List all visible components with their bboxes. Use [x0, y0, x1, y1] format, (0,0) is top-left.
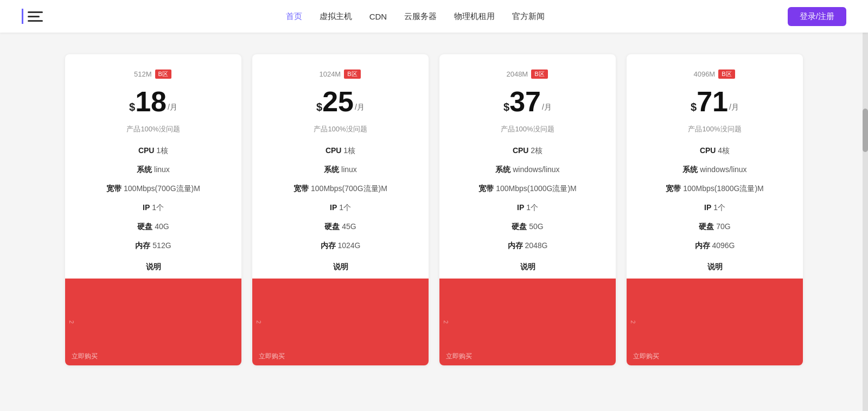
red-block-side-1: 2 [256, 320, 262, 324]
red-block-label-2: 立即购买 [446, 352, 472, 361]
red-block-side-3: 2 [630, 320, 636, 324]
price-dollar-0: $ [129, 101, 135, 113]
navbar: 首页虚拟主机CDN云服务器物理机租用官方新闻 登录/注册 [0, 0, 868, 33]
spec-ram-2: 内存 2048G [450, 240, 605, 251]
card-region-0: 512M B区 [76, 69, 231, 79]
spec-cpu-3: CPU 4核 [637, 145, 792, 156]
red-block-label-3: 立即购买 [633, 352, 659, 361]
nav-link-虚拟主机[interactable]: 虚拟主机 [320, 11, 352, 22]
card-region-2: 2048M B区 [450, 69, 605, 79]
spec-disk-1: 硬盘 45G [263, 221, 418, 232]
card-slogan-3: 产品100%没问题 [637, 124, 792, 134]
region-memory-0: 512M [134, 70, 152, 78]
plan-card-0: 512M B区 $ 18 /月 产品100%没问题 CPU 1核 系统 linu… [65, 54, 241, 365]
main-content: 512M B区 $ 18 /月 产品100%没问题 CPU 1核 系统 linu… [54, 33, 814, 387]
spec-disk-0: 硬盘 40G [76, 221, 231, 232]
price-amount-0: 18 [135, 87, 167, 116]
spec-ip-2: IP 1个 [450, 202, 605, 213]
spec-bandwidth-3: 宽带 100Mbps(1800G流量)M [637, 183, 792, 194]
spec-os-1: 系统 linux [263, 164, 418, 175]
red-block-side-2: 2 [443, 320, 449, 324]
red-block-1[interactable]: 2 立即购买 [252, 279, 429, 365]
price-row-0: $ 18 /月 [76, 87, 231, 116]
spec-ip-3: IP 1个 [637, 202, 792, 213]
nav-link-CDN[interactable]: CDN [369, 12, 387, 21]
red-block-0[interactable]: 2 立即购买 [65, 279, 241, 365]
scrollbar-thumb[interactable] [863, 109, 868, 152]
spec-os-0: 系统 linux [76, 164, 231, 175]
nav-link-官方新闻[interactable]: 官方新闻 [512, 11, 545, 22]
plan-card-2: 2048M B区 $ 37 /月 产品100%没问题 CPU 2核 系统 win… [439, 54, 616, 365]
nav-link-云服务器[interactable]: 云服务器 [404, 11, 437, 22]
card-slogan-1: 产品100%没问题 [263, 124, 418, 134]
logo [22, 9, 43, 24]
spec-list-2: CPU 2核 系统 windows/linux 宽带 100Mbps(1000G… [450, 145, 605, 251]
logo-bar [22, 9, 23, 24]
spec-list-0: CPU 1核 系统 linux 宽带 100Mbps(700G流量)M IP 1… [76, 145, 231, 251]
price-row-3: $ 71 /月 [637, 87, 792, 116]
spec-ram-0: 内存 512G [76, 240, 231, 251]
price-unit-1: /月 [355, 103, 365, 112]
price-unit-0: /月 [168, 103, 177, 112]
spec-ram-1: 内存 1024G [263, 240, 418, 251]
plan-card-3: 4096M B区 $ 71 /月 产品100%没问题 CPU 4核 系统 win… [627, 54, 803, 365]
spec-list-3: CPU 4核 系统 windows/linux 宽带 100Mbps(1800G… [637, 145, 792, 251]
spec-cpu-2: CPU 2核 [450, 145, 605, 156]
price-row-2: $ 37 /月 [450, 87, 605, 116]
red-block-2[interactable]: 2 立即购买 [439, 279, 616, 365]
plans-grid: 512M B区 $ 18 /月 产品100%没问题 CPU 1核 系统 linu… [65, 54, 803, 365]
plan-card-1: 1024M B区 $ 25 /月 产品100%没问题 CPU 1核 系统 lin… [252, 54, 429, 365]
nav-link-首页[interactable]: 首页 [286, 11, 302, 22]
logo-line-1 [28, 11, 43, 13]
login-register-button[interactable]: 登录/注册 [788, 7, 846, 26]
spec-disk-2: 硬盘 50G [450, 221, 605, 232]
price-amount-1: 25 [322, 87, 354, 116]
price-dollar-3: $ [691, 101, 697, 113]
red-block-side-0: 2 [68, 320, 75, 324]
spec-cpu-0: CPU 1核 [76, 145, 231, 156]
card-note-0: 说明 [76, 262, 231, 272]
price-amount-2: 37 [509, 87, 541, 116]
region-badge-2: B区 [531, 69, 547, 79]
red-block-3[interactable]: 2 立即购买 [627, 279, 803, 365]
scrollbar[interactable] [863, 0, 868, 411]
spec-cpu-1: CPU 1核 [263, 145, 418, 156]
card-note-1: 说明 [263, 262, 418, 272]
logo-line-2 [28, 16, 40, 17]
spec-ip-0: IP 1个 [76, 202, 231, 213]
card-region-3: 4096M B区 [637, 69, 792, 79]
spec-bandwidth-1: 宽带 100Mbps(700G流量)M [263, 183, 418, 194]
region-badge-3: B区 [718, 69, 735, 79]
nav-links: 首页虚拟主机CDN云服务器物理机租用官方新闻 [286, 11, 545, 22]
card-note-3: 说明 [637, 262, 792, 272]
nav-link-物理机租用[interactable]: 物理机租用 [454, 11, 495, 22]
price-unit-2: /月 [542, 103, 552, 112]
card-region-1: 1024M B区 [263, 69, 418, 79]
price-amount-3: 71 [697, 87, 728, 116]
spec-disk-3: 硬盘 70G [637, 221, 792, 232]
region-memory-3: 4096M [693, 70, 715, 78]
logo-lines [28, 11, 43, 22]
spec-os-2: 系统 windows/linux [450, 164, 605, 175]
region-badge-0: B区 [155, 69, 171, 79]
region-memory-1: 1024M [319, 70, 341, 78]
red-block-label-0: 立即购买 [72, 352, 98, 361]
spec-ip-1: IP 1个 [263, 202, 418, 213]
card-slogan-0: 产品100%没问题 [76, 124, 231, 134]
card-slogan-2: 产品100%没问题 [450, 124, 605, 134]
region-badge-1: B区 [344, 69, 360, 79]
price-dollar-2: $ [503, 101, 509, 113]
logo-line-3 [28, 20, 43, 22]
price-row-1: $ 25 /月 [263, 87, 418, 116]
spec-os-3: 系统 windows/linux [637, 164, 792, 175]
spec-ram-3: 内存 4096G [637, 240, 792, 251]
spec-list-1: CPU 1核 系统 linux 宽带 100Mbps(700G流量)M IP 1… [263, 145, 418, 251]
red-block-label-1: 立即购买 [259, 352, 285, 361]
price-dollar-1: $ [316, 101, 322, 113]
spec-bandwidth-0: 宽带 100Mbps(700G流量)M [76, 183, 231, 194]
price-unit-3: /月 [729, 103, 739, 112]
region-memory-2: 2048M [506, 70, 528, 78]
card-note-2: 说明 [450, 262, 605, 272]
spec-bandwidth-2: 宽带 100Mbps(1000G流量)M [450, 183, 605, 194]
